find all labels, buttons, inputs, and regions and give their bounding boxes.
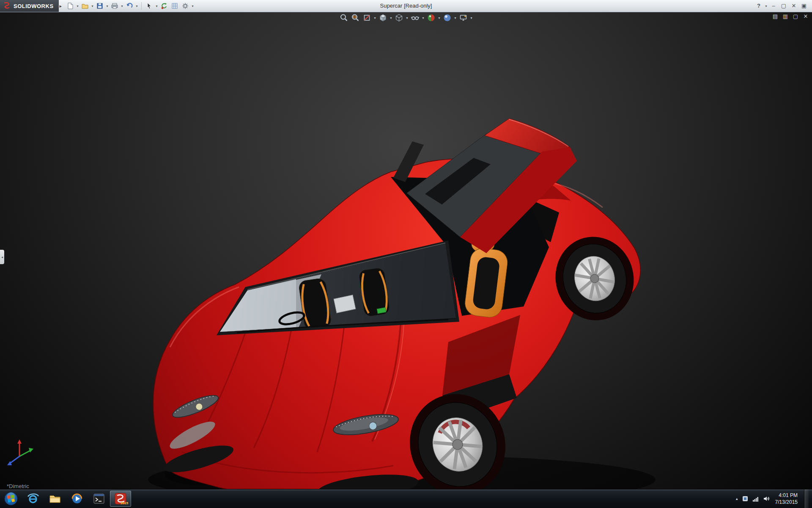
maximize-button[interactable]: ▢ (779, 2, 788, 10)
taskbar-clock[interactable]: 4:01 PM 7/13/2015 (775, 492, 798, 505)
section-view-button[interactable] (362, 13, 372, 23)
screen: SOLIDWORKS ▸ ▾ ▾ ▾ (0, 0, 812, 508)
dropdown-arrow[interactable]: ▾ (406, 16, 409, 20)
display-style-icon (395, 14, 403, 22)
solidworks-logo: SOLIDWORKS (0, 0, 59, 12)
windows-taskbar: 2015 ▴ 4:01 PM (0, 489, 812, 508)
section-view-icon (363, 14, 371, 22)
dropdown-arrow[interactable]: ▾ (135, 4, 139, 8)
file-properties-icon (171, 2, 178, 10)
clock-time: 4:01 PM (779, 492, 798, 499)
windows-explorer-button[interactable] (44, 490, 66, 507)
rebuild-button[interactable] (159, 1, 169, 11)
window-layout-button[interactable]: ▣ (799, 2, 809, 10)
solidworks-taskbar-button[interactable]: 2015 (110, 491, 131, 507)
save-button[interactable] (95, 1, 105, 11)
viewport-split-button[interactable]: ▥ (782, 13, 789, 20)
undo-button[interactable] (124, 1, 134, 11)
show-hidden-icons-button[interactable]: ▴ (736, 497, 738, 501)
command-prompt-icon (93, 492, 105, 505)
undo-icon (126, 2, 133, 10)
select-cursor-icon (145, 2, 153, 10)
print-icon (111, 2, 118, 10)
zoom-to-area-button[interactable] (351, 13, 361, 23)
title-bar: SOLIDWORKS ▸ ▾ ▾ ▾ (0, 0, 812, 12)
file-properties-button[interactable] (170, 1, 180, 11)
options-button[interactable] (180, 1, 190, 11)
headsup-view-toolbar: ▾ ▾ ▾ ▾ (339, 13, 473, 23)
solidworks-logo-text: SOLIDWORKS (14, 3, 54, 9)
dropdown-arrow[interactable]: ▾ (191, 4, 195, 8)
edit-appearance-button[interactable] (426, 13, 436, 23)
solidworks-logo-icon (3, 2, 11, 10)
save-icon (96, 2, 104, 10)
media-player-button[interactable] (66, 490, 88, 507)
open-folder-icon (81, 2, 89, 10)
dropdown-arrow[interactable]: ▾ (470, 16, 473, 20)
viewport-close-button[interactable]: ✕ (802, 13, 809, 20)
folder-icon (49, 492, 61, 505)
view-settings-icon (459, 14, 468, 22)
zoom-to-fit-button[interactable] (339, 13, 349, 23)
minimize-button[interactable]: – (769, 2, 778, 10)
standard-toolbar: ▾ ▾ ▾ ▾ (65, 1, 195, 11)
tray-app-icon[interactable] (742, 495, 749, 502)
command-prompt-button[interactable] (88, 490, 110, 507)
dropdown-arrow[interactable]: ▾ (91, 4, 94, 8)
feature-tree-collapse-tab[interactable]: ◂ (0, 250, 4, 264)
internet-explorer-button[interactable] (22, 490, 44, 507)
viewport-pane-button[interactable]: ▤ (771, 13, 779, 20)
dropdown-arrow[interactable]: ▾ (438, 16, 441, 20)
solidworks-version-badge: 2015 (121, 501, 128, 505)
open-button[interactable] (80, 1, 90, 11)
view-orientation-button[interactable] (378, 13, 388, 23)
toolbar-separator (141, 2, 142, 10)
help-button[interactable]: ? (754, 2, 763, 10)
car-model-render (0, 12, 812, 489)
dropdown-arrow[interactable]: ▾ (373, 16, 377, 20)
view-orientation-label: *Dimetric (7, 483, 29, 489)
media-player-icon (71, 492, 83, 505)
dropdown-arrow[interactable]: ▾ (764, 4, 768, 8)
system-tray: ▴ 4:01 PM 7/13/2015 (736, 489, 812, 508)
dropdown-arrow[interactable]: ▾ (454, 16, 457, 20)
view-settings-button[interactable] (458, 13, 469, 23)
volume-icon[interactable] (763, 495, 770, 502)
view-orientation-cube-icon (379, 14, 387, 22)
dropdown-arrow[interactable]: ▾ (422, 16, 425, 20)
network-icon[interactable] (752, 495, 759, 502)
print-button[interactable] (110, 1, 120, 11)
menu-expand-arrow[interactable]: ▸ (60, 3, 62, 9)
hide-show-glasses-icon (411, 14, 420, 22)
display-style-button[interactable] (394, 13, 404, 23)
apply-scene-sphere-icon (443, 14, 452, 22)
viewport-restore-button[interactable]: ▢ (792, 13, 799, 20)
dropdown-arrow[interactable]: ▾ (120, 4, 124, 8)
hide-show-items-button[interactable] (410, 13, 420, 23)
new-document-button[interactable] (65, 1, 75, 11)
windows-start-orb-icon (4, 491, 18, 506)
internet-explorer-icon (27, 492, 39, 505)
rebuild-icon (160, 2, 168, 10)
window-controls: ? ▾ – ▢ ✕ ▣ (754, 2, 812, 10)
clock-date: 7/13/2015 (775, 499, 798, 505)
dropdown-arrow[interactable]: ▾ (76, 4, 80, 8)
dropdown-arrow[interactable]: ▾ (155, 4, 159, 8)
select-button[interactable] (144, 1, 154, 11)
options-gear-icon (181, 2, 189, 10)
viewport-window-controls: ▤ ▥ ▢ ✕ (771, 13, 809, 20)
edit-appearance-ball-icon (427, 14, 436, 22)
start-button[interactable] (0, 490, 22, 507)
apply-scene-button[interactable] (442, 13, 453, 23)
zoom-to-fit-icon (340, 14, 348, 22)
show-desktop-button[interactable] (804, 489, 809, 508)
zoom-to-area-icon (351, 14, 360, 22)
graphics-viewport[interactable]: ▾ ▾ ▾ ▾ (0, 12, 812, 489)
dropdown-arrow[interactable]: ▾ (105, 4, 109, 8)
new-document-icon (66, 2, 74, 10)
close-button[interactable]: ✕ (789, 2, 798, 10)
dropdown-arrow[interactable]: ▾ (390, 16, 393, 20)
